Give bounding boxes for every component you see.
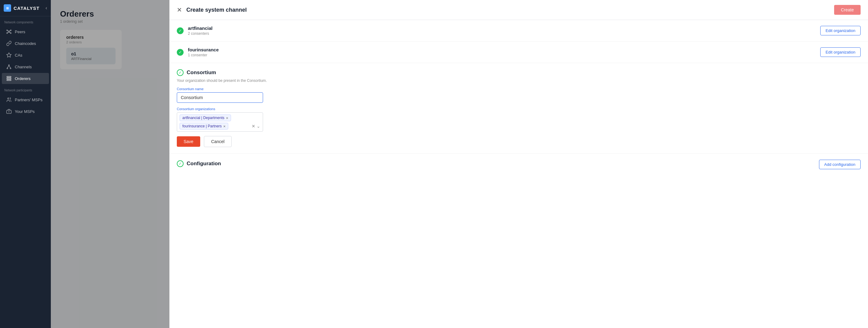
svg-point-10 (7, 68, 8, 69)
sidebar-item-partners-msps-label: Partners' MSPs (15, 98, 42, 102)
sidebar-header: ⊞ CATALYST ‹ (0, 0, 51, 16)
edit-org-button-fourinsurance[interactable]: Edit organization (820, 47, 861, 57)
svg-point-11 (10, 68, 11, 69)
svg-line-6 (9, 30, 10, 31)
add-configuration-button[interactable]: Add configuration (819, 160, 861, 169)
svg-rect-14 (7, 76, 11, 77)
cancel-button[interactable]: Cancel (204, 136, 231, 147)
modal-panel: ✕ Create system channel Create ✓ artfina… (169, 0, 868, 328)
configuration-title: Configuration (187, 161, 221, 167)
sidebar-item-orderers[interactable]: Orderers (2, 73, 49, 84)
sidebar-collapse-icon[interactable]: ‹ (45, 5, 47, 11)
consortium-orgs-label: Consortium organizations (177, 107, 861, 111)
your-msps-icon (6, 109, 12, 114)
orderers-icon (6, 76, 12, 81)
org-row-artfinancial: ✓ artfinancial 2 consenters Edit organiz… (169, 20, 868, 41)
network-participants-label: Network participants (0, 84, 51, 94)
app-title: CATALYST (13, 5, 39, 11)
close-icon[interactable]: ✕ (177, 7, 182, 13)
tags-actions: ✕ ⌄ (252, 124, 260, 129)
configuration-check-icon: ✓ (177, 160, 184, 167)
modal-header: ✕ Create system channel Create (169, 0, 868, 20)
cas-icon (6, 52, 12, 58)
edit-org-button-artfinancial[interactable]: Edit organization (820, 26, 861, 35)
sidebar-item-channels[interactable]: Channels (2, 61, 49, 72)
svg-point-9 (9, 65, 9, 66)
channels-icon (6, 64, 12, 69)
svg-point-3 (7, 33, 8, 34)
main-content: Orderers 1 ordering set orderers 2 order… (51, 0, 868, 328)
svg-line-12 (7, 66, 9, 68)
org-check-artfinancial: ✓ (177, 27, 184, 34)
svg-point-4 (10, 33, 11, 34)
sidebar-item-channels-label: Channels (15, 65, 32, 69)
tag-remove-artfinancial[interactable]: × (226, 116, 228, 120)
partners-icon (6, 97, 12, 102)
save-button[interactable]: Save (177, 136, 200, 147)
svg-rect-16 (7, 80, 11, 80)
consortium-check-icon: ✓ (177, 69, 184, 76)
org-sub-fourinsurance: 1 consenter (188, 53, 816, 57)
consortium-name-group: Consortium name (177, 87, 861, 103)
svg-line-13 (9, 66, 10, 68)
org-row-fourinsurance: ✓ fourinsurance 1 consenter Edit organiz… (169, 41, 868, 63)
svg-line-5 (8, 30, 9, 31)
create-button[interactable]: Create (834, 5, 861, 15)
consortium-section: ✓ Consortium Your organization should be… (169, 63, 868, 154)
org-name-artfinancial: artfinancial (188, 26, 816, 31)
svg-point-1 (7, 30, 8, 31)
tag-label-fourinsurance: fourinsurance | Partners (182, 124, 222, 128)
chaincodes-icon (6, 41, 12, 46)
tags-clear-icon[interactable]: ✕ (252, 124, 255, 129)
org-info-artfinancial: artfinancial 2 consenters (188, 26, 816, 36)
svg-point-17 (8, 98, 9, 99)
sidebar-item-chaincodes[interactable]: Chaincodes (2, 38, 49, 49)
network-components-label: Network components (0, 16, 51, 26)
tag-artfinancial-departments: artfinancial | Departments × (180, 114, 231, 121)
tag-remove-fourinsurance[interactable]: × (223, 124, 226, 128)
logo-icon: ⊞ (4, 4, 11, 12)
peers-icon (6, 29, 12, 34)
consortium-header: ✓ Consortium (177, 69, 861, 76)
sidebar-item-your-msps[interactable]: Your MSPs (2, 106, 49, 117)
sidebar-item-peers[interactable]: Peers (2, 26, 49, 37)
modal-title: Create system channel (186, 7, 247, 13)
org-info-fourinsurance: fourinsurance 1 consenter (188, 47, 816, 57)
sidebar: ⊞ CATALYST ‹ Network components Peers Ch… (0, 0, 51, 328)
consortium-orgs-group: Consortium organizations artfinancial | … (177, 107, 861, 132)
sidebar-item-cas[interactable]: CAs (2, 50, 49, 61)
consortium-name-label: Consortium name (177, 87, 861, 91)
consortium-name-input[interactable] (177, 92, 263, 103)
tag-label-artfinancial: artfinancial | Departments (182, 116, 224, 120)
svg-point-2 (10, 30, 11, 31)
consortium-orgs-tags: artfinancial | Departments × fourinsuran… (177, 112, 263, 132)
svg-line-7 (8, 32, 9, 33)
sidebar-item-orderers-label: Orderers (15, 76, 30, 81)
consortium-description: Your organization should be present in t… (177, 78, 861, 83)
sidebar-item-partners-msps[interactable]: Partners' MSPs (2, 94, 49, 105)
svg-rect-15 (7, 78, 11, 79)
configuration-header: ✓ Configuration (177, 160, 221, 167)
sidebar-item-your-msps-label: Your MSPs (15, 109, 35, 114)
sidebar-item-chaincodes-label: Chaincodes (15, 41, 36, 46)
tags-expand-icon[interactable]: ⌄ (256, 124, 260, 129)
org-sub-artfinancial: 2 consenters (188, 31, 816, 36)
org-name-fourinsurance: fourinsurance (188, 47, 816, 52)
consortium-title: Consortium (187, 69, 216, 76)
sidebar-item-cas-label: CAs (15, 53, 23, 58)
consortium-actions: Save Cancel (177, 136, 861, 147)
sidebar-item-peers-label: Peers (15, 30, 25, 34)
org-check-fourinsurance: ✓ (177, 49, 184, 56)
configuration-section: ✓ Configuration Add configuration (169, 154, 868, 175)
svg-line-8 (9, 32, 10, 33)
tag-fourinsurance-partners: fourinsurance | Partners × (180, 123, 228, 130)
modal-body: ✓ artfinancial 2 consenters Edit organiz… (169, 20, 868, 328)
